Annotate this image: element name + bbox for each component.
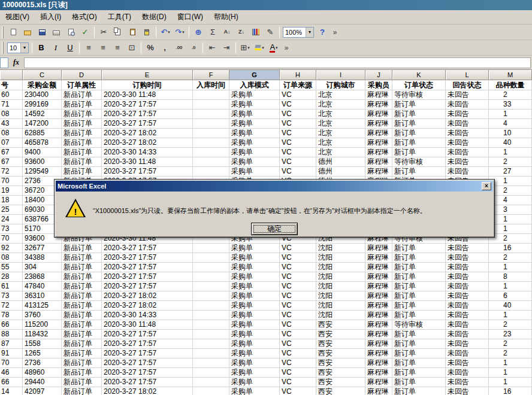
cell[interactable]: 36310	[23, 291, 62, 301]
italic-icon[interactable]: I	[49, 42, 62, 54]
cell[interactable]: 新品订单	[62, 263, 102, 272]
cell[interactable]: 未回告	[446, 263, 489, 272]
cell[interactable]: 采购单	[229, 148, 280, 157]
cell[interactable]: 采购单	[229, 90, 280, 100]
cell[interactable]: 新品订单	[62, 291, 102, 301]
cell[interactable]: 413125	[23, 301, 62, 311]
cell[interactable]: 19	[0, 186, 23, 196]
cell[interactable]: 32677	[23, 244, 62, 253]
cell[interactable]: 70	[0, 358, 23, 368]
cell[interactable]: 新品订单	[62, 119, 102, 129]
cell[interactable]: 新订单	[392, 311, 446, 320]
cell[interactable]: 麻程琳	[365, 100, 392, 110]
cell[interactable]: 采购单	[229, 378, 280, 387]
cell[interactable]: VC	[280, 378, 316, 387]
cell[interactable]: 西安	[316, 330, 365, 339]
column-header[interactable]: J	[365, 70, 392, 80]
cell[interactable]: 采购单	[229, 301, 280, 311]
cell[interactable]: 西安	[316, 320, 365, 330]
cell[interactable]: 未回告	[446, 157, 489, 167]
header-cell[interactable]: 订单来源	[280, 80, 316, 90]
cell[interactable]	[193, 167, 229, 177]
cell[interactable]: VC	[280, 272, 316, 282]
toolbar-options-icon[interactable]: »	[282, 44, 291, 52]
cell[interactable]: VC	[280, 320, 316, 330]
cell[interactable]: 采购单	[229, 100, 280, 110]
cell[interactable]: 70	[0, 177, 23, 186]
cell[interactable]: 沈阳	[316, 253, 365, 263]
cell[interactable]: 未回告	[446, 330, 489, 339]
cell[interactable]: 2020-3-27 17:57	[102, 263, 193, 272]
cell[interactable]: VC	[280, 358, 316, 368]
cut-icon[interactable]: ✂	[97, 26, 110, 38]
header-cell[interactable]: 订购城市	[316, 80, 365, 90]
cell[interactable]: VC	[280, 349, 316, 358]
cell[interactable]: 未回告	[446, 378, 489, 387]
cell[interactable]: 1558	[23, 339, 62, 349]
cell[interactable]: 34388	[23, 253, 62, 263]
cell[interactable]: 23	[489, 330, 532, 339]
decrease-indent-icon[interactable]: ⇤	[205, 42, 219, 54]
cell[interactable]: 西安	[316, 378, 365, 387]
cell[interactable]: 2020-3-27 17:57	[102, 339, 193, 349]
column-header[interactable]: H	[280, 70, 316, 80]
cell[interactable]: 93600	[23, 157, 62, 167]
cell[interactable]: 未回告	[446, 129, 489, 138]
align-left-icon[interactable]: ≡	[82, 42, 95, 54]
cell[interactable]: 28	[0, 272, 23, 282]
cell[interactable]: 未回告	[446, 119, 489, 129]
percent-icon[interactable]: %	[144, 42, 157, 54]
cell[interactable]: 2020-3-27 17:57	[102, 119, 193, 129]
cell[interactable]: 2020-3-27 17:57	[102, 253, 193, 263]
cell[interactable]: 采购单	[229, 253, 280, 263]
header-cell[interactable]: 采购金额	[23, 80, 62, 90]
formula-input[interactable]	[24, 57, 531, 68]
cell[interactable]: 42097	[23, 387, 62, 395]
cell[interactable]: 1	[489, 358, 532, 368]
cell[interactable]: 6	[489, 291, 532, 301]
cell[interactable]: 未回告	[446, 90, 489, 100]
cell[interactable]: 麻程琳	[365, 167, 392, 177]
cell[interactable]: 67	[0, 148, 23, 157]
cell[interactable]: 78	[0, 311, 23, 320]
cell[interactable]	[193, 119, 229, 129]
fill-color-icon[interactable]: ▾	[253, 42, 266, 54]
cell[interactable]: 2020-3-27 17:57	[102, 272, 193, 282]
column-header[interactable]: M	[489, 70, 532, 80]
open-folder-icon[interactable]	[21, 26, 34, 38]
cell[interactable]: 43	[0, 119, 23, 129]
cell[interactable]: 新订单	[392, 100, 446, 110]
cell[interactable]	[193, 253, 229, 263]
cell[interactable]: 新订单	[392, 282, 446, 291]
cell[interactable]: 9400	[23, 148, 62, 157]
cell[interactable]: 新订单	[392, 339, 446, 349]
cell[interactable]: 北京	[316, 138, 365, 148]
column-header[interactable]: C	[23, 70, 62, 80]
cell[interactable]: 麻程琳	[365, 349, 392, 358]
cell[interactable]: 新订单	[392, 167, 446, 177]
cell[interactable]: VC	[280, 291, 316, 301]
cell[interactable]: 2020-3-30 11:48	[102, 90, 193, 100]
cell[interactable]: 14592	[23, 110, 62, 119]
chart-wizard-icon[interactable]	[249, 26, 262, 38]
cell[interactable]: 麻程琳	[365, 358, 392, 368]
cell[interactable]: 2020-3-27 17:57	[102, 349, 193, 358]
cell[interactable]: 沈阳	[316, 244, 365, 253]
cell[interactable]: 2020-3-27 17:57	[102, 378, 193, 387]
cell[interactable]: 新品订单	[62, 330, 102, 339]
cell[interactable]	[193, 311, 229, 320]
cell[interactable]: 新订单	[392, 378, 446, 387]
cell[interactable]: 2020-3-27 18:02	[102, 138, 193, 148]
cell[interactable]: 2	[489, 157, 532, 167]
cell[interactable]	[193, 378, 229, 387]
cell[interactable]: 2020-3-27 17:57	[102, 368, 193, 378]
cell[interactable]: 北京	[316, 119, 365, 129]
cell[interactable]: 麻程琳	[365, 90, 392, 100]
cell[interactable]: 等待审核	[392, 157, 446, 167]
ok-button[interactable]: 确定	[251, 223, 298, 235]
cell[interactable]: 67	[0, 157, 23, 167]
cell[interactable]: 55	[0, 263, 23, 272]
cell[interactable]: 新订单	[392, 244, 446, 253]
cell[interactable]: 73	[0, 224, 23, 234]
cell[interactable]: 1	[489, 148, 532, 157]
